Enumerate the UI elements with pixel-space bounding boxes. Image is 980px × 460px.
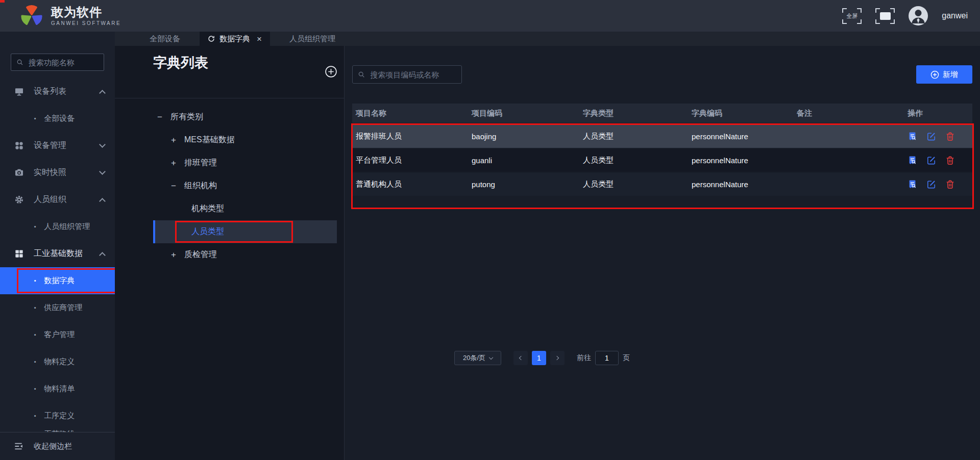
cell-dict-code: personnelNature [688, 132, 793, 141]
delete-button[interactable] [945, 132, 955, 142]
column-header: 字典类型 [579, 109, 688, 118]
column-header: 备注 [793, 109, 904, 118]
bracket-corner [842, 19, 847, 24]
column-header: 字典编码 [688, 109, 793, 118]
add-category-button[interactable] [325, 65, 338, 79]
column-header: 项目编码 [468, 109, 579, 118]
sidebar-item[interactable]: 供应商管理 [0, 294, 115, 321]
chevron-down-icon [489, 355, 493, 359]
delete-button[interactable] [945, 180, 955, 190]
tree-item[interactable]: −所有类别 [153, 106, 337, 129]
table-row[interactable]: 报警排班人员baojing人员类型personnelNature [352, 125, 972, 148]
tree-item[interactable]: +质检管理 [153, 243, 337, 266]
sidebar-item-label: 工序定义 [44, 411, 75, 421]
expand-icon[interactable]: + [171, 158, 184, 168]
bracket-corner [842, 8, 847, 13]
collapse-icon[interactable]: − [157, 112, 170, 122]
goto-page-input[interactable] [595, 351, 619, 365]
edit-button[interactable] [926, 180, 937, 190]
topbar: 敢为软件 GANWEI SOFTWARE 全屏 ganwei [0, 0, 980, 32]
avatar[interactable] [909, 6, 928, 25]
sidebar-item[interactable]: 数据字典 [0, 267, 115, 294]
collapse-sidebar-button[interactable]: 收起侧边栏 [0, 432, 115, 460]
view-button[interactable] [908, 180, 918, 190]
sidebar-item[interactable]: 物料清单 [0, 375, 115, 402]
sidebar-search-box[interactable] [11, 54, 104, 71]
view-button[interactable] [908, 156, 918, 166]
chevron-up-icon [99, 198, 106, 205]
bracket-corner [857, 8, 862, 13]
cell-project-code: putong [468, 180, 579, 189]
page-size-select[interactable]: 20条/页 [454, 351, 501, 365]
tree-item-label: 人员类型 [191, 226, 224, 237]
tree-item[interactable]: −组织机构 [153, 174, 337, 197]
dictionary-table: 项目名称项目编码字典类型字典编码备注操作 报警排班人员baojing人员类型pe… [352, 104, 972, 196]
sidebar-item[interactable]: 设备管理 [0, 132, 115, 159]
tab[interactable]: 数据字典× [200, 32, 270, 46]
sidebar-item-label: 物料定义 [44, 357, 75, 367]
edit-button[interactable] [926, 132, 937, 142]
sidebar-item-label: 供应商管理 [44, 303, 82, 313]
sidebar-item[interactable]: 客户管理 [0, 321, 115, 348]
sidebar-item-label: 全部设备 [44, 114, 75, 123]
tree-item[interactable]: +排班管理 [153, 151, 337, 174]
sidebar-item-label: 设备列表 [34, 86, 66, 97]
fit-screen-button[interactable] [875, 8, 895, 24]
sidebar-menu: 设备列表全部设备设备管理实时快照人员组织人员组织管理工业基础数据数据字典供应商管… [0, 78, 115, 442]
bracket-corner [875, 8, 880, 13]
table-row[interactable]: 平台管理人员guanli人员类型personnelNature [352, 149, 972, 172]
sidebar-item[interactable]: 人员组织管理 [0, 213, 115, 240]
sidebar-item-label: 设备管理 [34, 140, 66, 151]
next-page-button[interactable] [550, 351, 565, 365]
tree-item[interactable]: 人员类型 [153, 220, 337, 243]
collapse-icon[interactable]: − [171, 181, 184, 191]
sidebar-item[interactable]: 物料定义 [0, 348, 115, 375]
expand-icon[interactable]: + [171, 250, 184, 260]
tab-label: 人员组织管理 [289, 34, 335, 44]
expand-icon[interactable]: + [171, 135, 184, 145]
sidebar-item[interactable]: 人员组织 [0, 186, 115, 213]
sidebar-item[interactable]: 全部设备 [0, 105, 115, 132]
cell-actions [904, 132, 972, 142]
chevron-up-icon [99, 252, 106, 259]
delete-button[interactable] [945, 156, 955, 166]
page-size-label: 20条/页 [463, 353, 485, 363]
gear-icon [14, 195, 24, 205]
sidebar-item-label: 客户管理 [44, 330, 75, 340]
sidebar-item[interactable]: 工业基础数据 [0, 240, 115, 267]
sidebar-item[interactable]: 设备列表 [0, 78, 115, 105]
sidebar-item[interactable]: 实时快照 [0, 159, 115, 186]
cell-dict-type: 人员类型 [579, 156, 688, 165]
bracket-corner [890, 19, 895, 24]
table-row[interactable]: 普通机构人员putong人员类型personnelNature [352, 173, 972, 196]
prev-page-button[interactable] [513, 351, 528, 365]
tab[interactable]: 人员组织管理 [270, 32, 355, 46]
bracket-corner [890, 8, 895, 13]
table-search-box[interactable] [352, 65, 462, 84]
tab-label: 全部设备 [150, 34, 180, 44]
tab-label: 数据字典 [219, 34, 250, 44]
page-number-active[interactable]: 1 [532, 351, 546, 365]
tree-panel: 字典列表 −所有类别+MES基础数据+排班管理−组织机构机构类型人员类型+质检管… [115, 46, 345, 460]
edit-button[interactable] [926, 156, 937, 166]
table-header: 项目名称项目编码字典类型字典编码备注操作 [352, 104, 972, 123]
column-header: 项目名称 [352, 109, 468, 118]
add-button[interactable]: 新增 [916, 65, 972, 84]
fullscreen-icon: 全屏 [846, 12, 857, 20]
close-icon[interactable]: × [257, 35, 262, 43]
cell-project-code: guanli [468, 156, 579, 165]
sidebar-search-input[interactable] [28, 58, 99, 67]
chevron-down-icon [99, 141, 106, 148]
tree-item[interactable]: 机构类型 [153, 197, 337, 220]
tree-item[interactable]: +MES基础数据 [153, 129, 337, 151]
table-search-input[interactable] [369, 70, 456, 80]
sidebar-item[interactable]: 工序定义 [0, 402, 115, 429]
refresh-icon[interactable] [208, 35, 215, 42]
tab[interactable]: 全部设备 [130, 32, 200, 46]
plus-circle-icon [930, 70, 939, 79]
fit-screen-icon [880, 12, 891, 20]
cell-project-name: 报警排班人员 [352, 132, 468, 141]
cell-dict-code: personnelNature [688, 156, 793, 165]
view-button[interactable] [908, 132, 918, 142]
fullscreen-button[interactable]: 全屏 [842, 8, 862, 24]
